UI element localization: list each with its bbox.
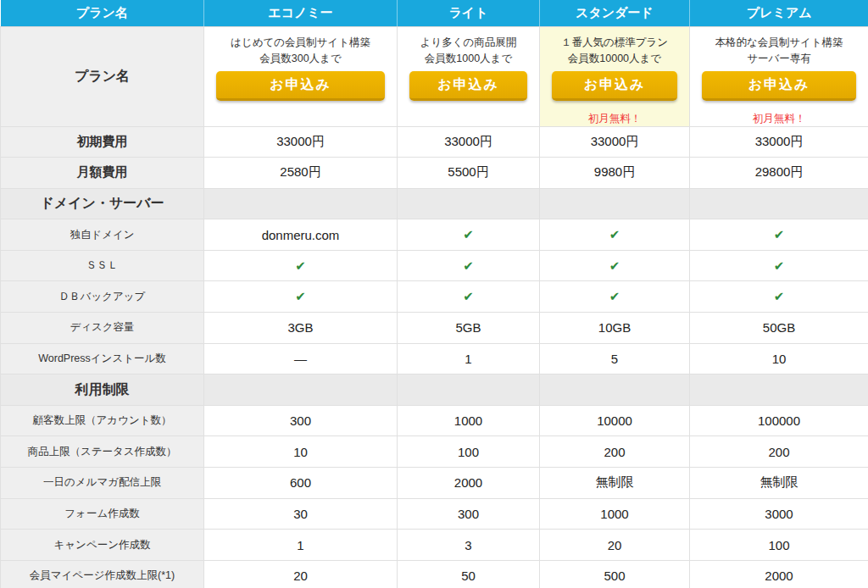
cell-economy: 300 xyxy=(204,405,398,436)
cell-standard: ✔ xyxy=(540,219,690,251)
cell-standard: 無制限 xyxy=(540,468,690,499)
row-label: ＳＳＬ xyxy=(1,250,204,281)
row-label: ディスク容量 xyxy=(1,313,204,344)
apply-button-premium[interactable]: お申込み xyxy=(702,71,856,101)
row-label: ＤＢバックアップ xyxy=(1,281,204,313)
plan-description-line1: １番人気の標準プラン xyxy=(540,35,689,51)
plan-description-line2: 会員数300人まで xyxy=(204,51,397,67)
cell-economy: 10 xyxy=(204,436,398,468)
header-standard: スタンダード xyxy=(540,0,690,27)
row-label: 初期費用 xyxy=(1,126,204,158)
cell-standard xyxy=(540,374,690,406)
cell-economy: 1 xyxy=(204,530,398,561)
cell-economy: 2580円 xyxy=(204,158,398,189)
row-label: 会員マイページ作成数上限(*1) xyxy=(1,560,204,588)
row-label: 月額費用 xyxy=(1,158,204,189)
table-row: 利用制限 xyxy=(1,374,868,406)
cell-premium: ✔ xyxy=(690,250,868,281)
cell-economy xyxy=(204,188,398,219)
row-label: 商品上限（ステータス作成数） xyxy=(1,436,204,468)
cell-premium: 29800円 xyxy=(690,158,868,189)
cell-economy: ✔ xyxy=(204,281,398,313)
cell-premium: ✔ xyxy=(690,281,868,313)
plan-description-line1: はじめての会員制サイト構築 xyxy=(204,35,397,51)
table-row: ＳＳＬ ✔ ✔ ✔ ✔ xyxy=(1,250,868,281)
cell-standard: 20 xyxy=(540,530,690,561)
cell-standard: 500 xyxy=(540,560,690,588)
table-row: WordPressインストール数 — 1 5 10 xyxy=(1,343,868,374)
cell-standard: 5 xyxy=(540,343,690,374)
cell-economy: 3GB xyxy=(204,313,398,344)
first-month-free-note xyxy=(204,112,397,125)
cell-standard: ✔ xyxy=(540,281,690,313)
cell-light: 5500円 xyxy=(398,158,540,189)
pricing-page: プラン名 エコノミー ライト スタンダード プレミアム プラン名 はじめての会員… xyxy=(0,0,868,588)
cell-premium xyxy=(690,188,868,219)
cell-premium xyxy=(690,374,868,406)
cell-premium: 50GB xyxy=(690,313,868,344)
cell-light: 33000円 xyxy=(398,126,540,158)
cell-economy: donmeru.com xyxy=(204,219,398,251)
cell-standard: 200 xyxy=(540,436,690,468)
cell-light: 3 xyxy=(398,530,540,561)
cell-standard: ✔ xyxy=(540,250,690,281)
table-row: ディスク容量 3GB 5GB 10GB 50GB xyxy=(1,313,868,344)
cell-light: 100 xyxy=(398,436,540,468)
plan-cell-standard: １番人気の標準プラン 会員数10000人まで お申込み 初月無料！ xyxy=(540,27,690,127)
apply-button-light[interactable]: お申込み xyxy=(409,71,527,101)
cell-premium: 3000 xyxy=(690,498,868,530)
row-label: 一日のメルマガ配信上限 xyxy=(1,468,204,499)
cell-standard: 10000 xyxy=(540,405,690,436)
row-label: 利用制限 xyxy=(1,374,204,406)
cell-light xyxy=(398,188,540,219)
cell-economy: — xyxy=(204,343,398,374)
cell-standard: 33000円 xyxy=(540,126,690,158)
table-row: 初期費用 33000円 33000円 33000円 33000円 xyxy=(1,126,868,158)
first-month-free-note: 初月無料！ xyxy=(690,112,868,126)
cell-light: 1000 xyxy=(398,405,540,436)
cell-standard: 9980円 xyxy=(540,158,690,189)
cell-standard: 1000 xyxy=(540,498,690,530)
apply-button-economy[interactable]: お申込み xyxy=(216,71,385,101)
cell-light: ✔ xyxy=(398,250,540,281)
plan-cell-economy: はじめての会員制サイト構築 会員数300人まで お申込み xyxy=(204,27,398,127)
cell-economy: 33000円 xyxy=(204,126,398,158)
cell-economy xyxy=(204,374,398,406)
cell-economy: 30 xyxy=(204,498,398,530)
cell-light xyxy=(398,374,540,406)
cell-premium: 100 xyxy=(690,530,868,561)
row-label: フォーム作成数 xyxy=(1,498,204,530)
plan-description-line2: サーバー専有 xyxy=(690,51,868,67)
table-row: 月額費用 2580円 5500円 9980円 29800円 xyxy=(1,158,868,189)
pricing-table: プラン名 エコノミー ライト スタンダード プレミアム プラン名 はじめての会員… xyxy=(0,0,868,588)
table-row: 商品上限（ステータス作成数） 10 100 200 200 xyxy=(1,436,868,468)
cell-premium: 200 xyxy=(690,436,868,468)
header-economy: エコノミー xyxy=(204,0,398,27)
table-row: 独自ドメイン donmeru.com ✔ ✔ ✔ xyxy=(1,219,868,251)
row-label: 顧客数上限（アカウント数） xyxy=(1,405,204,436)
plan-row-label: プラン名 xyxy=(1,27,204,127)
table-row: キャンペーン作成数 1 3 20 100 xyxy=(1,530,868,561)
row-label: WordPressインストール数 xyxy=(1,343,204,374)
cell-premium: 2000 xyxy=(690,560,868,588)
header-premium: プレミアム xyxy=(690,0,868,27)
apply-button-standard[interactable]: お申込み xyxy=(552,71,677,101)
row-label: キャンペーン作成数 xyxy=(1,530,204,561)
cell-economy: 20 xyxy=(204,560,398,588)
cell-economy: 600 xyxy=(204,468,398,499)
cell-premium: 無制限 xyxy=(690,468,868,499)
header-row: プラン名 エコノミー ライト スタンダード プレミアム xyxy=(1,0,868,27)
header-plan-name: プラン名 xyxy=(1,0,204,27)
cell-economy: ✔ xyxy=(204,250,398,281)
cell-light: ✔ xyxy=(398,281,540,313)
plan-description-line2: 会員数1000人まで xyxy=(398,51,539,67)
first-month-free-note: 初月無料！ xyxy=(540,112,689,126)
header-light: ライト xyxy=(398,0,540,27)
cell-standard xyxy=(540,188,690,219)
plan-row: プラン名 はじめての会員制サイト構築 会員数300人まで お申込み より多くの商… xyxy=(1,27,868,127)
cell-light: 50 xyxy=(398,560,540,588)
table-row: 一日のメルマガ配信上限 600 2000 無制限 無制限 xyxy=(1,468,868,499)
first-month-free-note xyxy=(398,112,539,125)
table-row: ＤＢバックアップ ✔ ✔ ✔ ✔ xyxy=(1,281,868,313)
cell-premium: 100000 xyxy=(690,405,868,436)
